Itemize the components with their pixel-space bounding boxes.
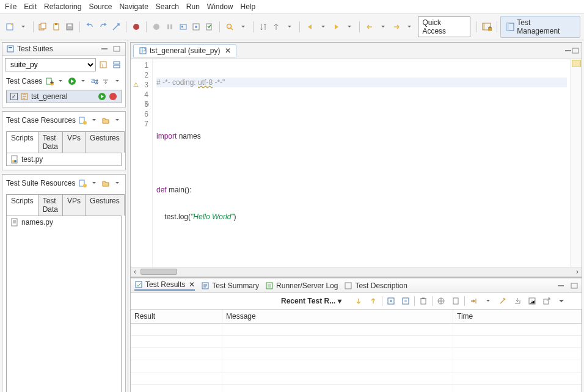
suite-resource-item[interactable]: names.py — [7, 216, 121, 228]
view-menu-button[interactable] — [555, 295, 568, 307]
record-button[interactable] — [130, 21, 142, 33]
nav-forward-button[interactable] — [390, 21, 403, 33]
paste-button[interactable] — [50, 21, 62, 33]
suite-tab-test-data[interactable]: Test Data — [38, 194, 63, 216]
pause-button[interactable] — [164, 21, 176, 33]
scroll-left-icon[interactable]: ‹ — [131, 267, 139, 277]
new-testcase-dropdown[interactable] — [56, 75, 65, 87]
resource-item[interactable]: test.py — [7, 153, 121, 165]
perspective-test-management[interactable]: Test Management — [500, 16, 580, 38]
view-mode-button[interactable] — [111, 59, 123, 71]
scroll-thumb[interactable] — [141, 269, 177, 275]
new-resource-dropdown[interactable] — [90, 114, 99, 126]
col-message[interactable]: Message — [222, 310, 453, 323]
verify-button[interactable] — [203, 21, 216, 33]
fold-icon[interactable]: ⊖ — [144, 100, 149, 109]
new-suite-resource-dropdown[interactable] — [89, 177, 98, 189]
testcase-checkbox[interactable]: ✓ — [10, 93, 18, 100]
menu-file[interactable]: File — [5, 2, 16, 11]
delete-result-button[interactable] — [417, 295, 429, 307]
sort-testcase-button[interactable]: az — [90, 75, 99, 87]
up-arrow-button[interactable] — [367, 295, 379, 307]
back-dropdown[interactable] — [317, 21, 329, 33]
editor-maximize-button[interactable] — [572, 48, 579, 54]
maximize-button[interactable] — [112, 45, 122, 53]
editor-tab[interactable]: P tst_general (suite_py) ✕ — [133, 44, 236, 57]
col-result[interactable]: Result — [131, 310, 222, 323]
copy-button[interactable] — [37, 21, 49, 33]
nav-back-dropdown[interactable] — [377, 21, 389, 33]
document-button[interactable] — [450, 295, 462, 307]
sort-button[interactable] — [257, 21, 269, 33]
open-external-button[interactable] — [541, 295, 553, 307]
results-minimize-button[interactable] — [557, 283, 564, 289]
import-button[interactable] — [511, 295, 524, 307]
col-time[interactable]: Time — [453, 310, 582, 323]
tab-vps[interactable]: VPs — [62, 131, 86, 153]
new-testcase-button[interactable]: + — [45, 75, 54, 87]
suite-tab-scripts[interactable]: Scripts — [6, 194, 38, 216]
menu-edit[interactable]: Edit — [24, 2, 37, 11]
undo-button[interactable] — [84, 21, 96, 33]
results-maximize-button[interactable] — [571, 283, 578, 289]
collapse-testcase-button[interactable] — [101, 75, 111, 87]
new-dropdown[interactable] — [17, 21, 29, 33]
insert-vp-button[interactable] — [191, 21, 203, 33]
forward-dropdown[interactable] — [343, 21, 356, 33]
open-perspective-button[interactable]: + — [481, 21, 493, 33]
expand-button[interactable] — [270, 21, 282, 33]
menu-window[interactable]: Window — [207, 2, 233, 11]
new-suite-resource-button[interactable] — [78, 177, 87, 189]
forward-button[interactable] — [330, 21, 343, 33]
suite-select[interactable]: suite_py — [5, 58, 96, 71]
filter-suite-button[interactable] — [97, 59, 109, 71]
close-results-icon[interactable]: ✕ — [189, 280, 195, 289]
open-suite-folder-button[interactable] — [101, 177, 110, 189]
screenshot-button[interactable] — [177, 21, 189, 33]
open-folder-dropdown[interactable] — [112, 114, 122, 126]
tab-test-data[interactable]: Test Data — [38, 131, 63, 153]
recent-results-dropdown[interactable]: ▾ — [338, 297, 341, 305]
tab-scripts[interactable]: Scripts — [6, 131, 38, 153]
save-button[interactable] — [64, 21, 76, 33]
open-suite-folder-dropdown[interactable] — [112, 177, 122, 189]
export-dropdown[interactable] — [482, 295, 494, 307]
stop-icon[interactable] — [109, 92, 117, 101]
tab-test-results[interactable]: Test Results ✕ — [134, 280, 195, 291]
quick-access-field[interactable]: Quick Access — [418, 16, 470, 37]
collapse-dropdown[interactable] — [112, 75, 122, 87]
horizontal-scrollbar[interactable]: ‹ › — [131, 267, 582, 277]
menu-search[interactable]: Search — [156, 2, 179, 11]
editor-minimize-button[interactable] — [564, 48, 572, 54]
new-resource-button[interactable] — [78, 114, 87, 126]
menu-source[interactable]: Source — [89, 2, 112, 11]
run-testcase-button[interactable] — [67, 75, 76, 87]
overview-ruler[interactable] — [571, 59, 582, 267]
globe-button[interactable] — [435, 295, 447, 307]
run-icon[interactable] — [98, 92, 106, 101]
tab-gestures[interactable]: Gestures — [85, 131, 125, 153]
save-result-button[interactable] — [526, 295, 538, 307]
menu-run[interactable]: Run — [186, 2, 200, 11]
close-tab-icon[interactable]: ✕ — [225, 46, 231, 55]
expand-all-button[interactable] — [385, 295, 397, 307]
tab-test-description[interactable]: Test Description — [344, 281, 407, 290]
testcase-item[interactable]: ✓ tst_general — [7, 90, 121, 103]
export-button[interactable] — [467, 295, 480, 307]
search-button[interactable] — [224, 21, 236, 33]
tab-test-summary[interactable]: Test Summary — [201, 281, 259, 290]
open-folder-button[interactable] — [101, 114, 111, 126]
connect-button[interactable] — [111, 21, 123, 33]
redo-button[interactable] — [97, 21, 109, 33]
down-arrow-button[interactable] — [352, 295, 365, 307]
expand-dropdown[interactable] — [283, 21, 296, 33]
code-editor[interactable]: 1 2 ⚠3 4 ⊖5 6 7 # -*- coding: utf-8 -*-"… — [131, 59, 582, 267]
new-button[interactable] — [4, 21, 16, 33]
back-button[interactable] — [304, 21, 316, 33]
search-dropdown[interactable] — [237, 21, 249, 33]
suite-tab-gestures[interactable]: Gestures — [85, 194, 125, 216]
menu-navigate[interactable]: Navigate — [119, 2, 148, 11]
menu-help[interactable]: Help — [241, 2, 256, 11]
nav-back-button[interactable] — [363, 21, 376, 33]
menu-refactoring[interactable]: Refactoring — [44, 2, 81, 11]
